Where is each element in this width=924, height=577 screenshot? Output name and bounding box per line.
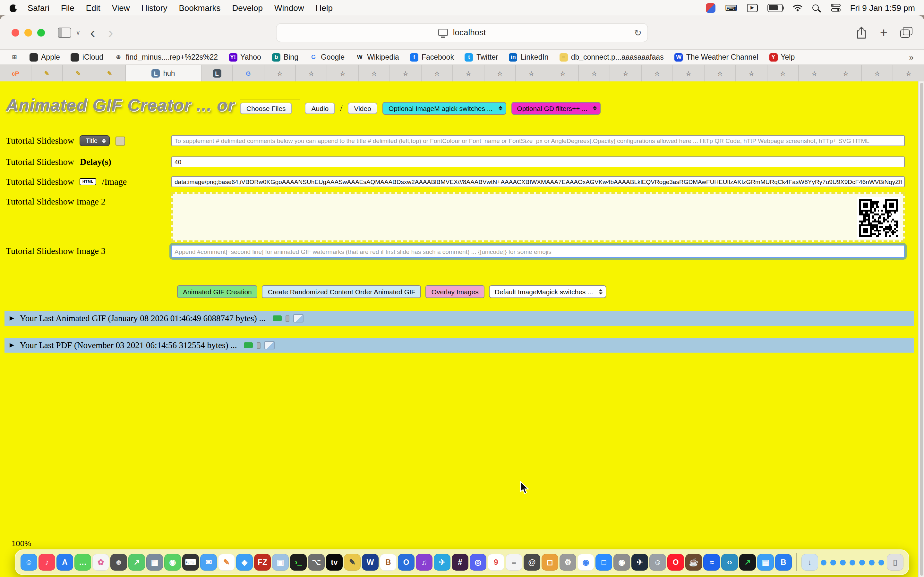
tab-overview-icon[interactable] bbox=[900, 29, 910, 38]
tab-bookmark[interactable]: ☆ bbox=[704, 65, 736, 81]
favorite-yahoo[interactable]: Y! Yahoo bbox=[229, 53, 261, 61]
last-pdf-bar[interactable]: ▶ Your Last PDF (November 03 2021 06:14:… bbox=[5, 338, 914, 353]
menu-history[interactable]: History bbox=[142, 3, 168, 13]
zoom-window-button[interactable] bbox=[37, 29, 45, 36]
new-tab-button[interactable]: + bbox=[880, 26, 887, 39]
title-mode-select[interactable]: Title bbox=[80, 135, 110, 146]
tab-huh-active[interactable]: L huh bbox=[126, 65, 202, 81]
favorite-yelp[interactable]: Y Yelp bbox=[769, 53, 795, 61]
tab-l[interactable]: L bbox=[202, 65, 233, 81]
menu-window[interactable]: Window bbox=[274, 3, 304, 13]
imagemagick-switches-select[interactable]: Optional ImageM agick switches ... bbox=[383, 102, 506, 114]
menu-help[interactable]: Help bbox=[315, 3, 333, 13]
tab-bookmark[interactable]: ☆ bbox=[422, 65, 453, 81]
favorite-google[interactable]: G Google bbox=[309, 53, 344, 61]
gd-filters-select[interactable]: Optional GD filters++ ... bbox=[511, 102, 601, 114]
dock-telegram[interactable]: ✈ bbox=[434, 554, 451, 571]
dock-bluetooth[interactable]: B bbox=[775, 554, 792, 571]
dock-downloads-folder[interactable]: ↓ bbox=[801, 554, 818, 571]
scrollbar-thumb[interactable] bbox=[920, 83, 923, 576]
tab-editor-2[interactable]: ✎ bbox=[63, 65, 94, 81]
gif-preview-icon[interactable] bbox=[273, 316, 282, 321]
spotlight-icon[interactable] bbox=[813, 5, 819, 11]
back-button[interactable]: ‹ bbox=[87, 26, 99, 39]
dock-utilities[interactable]: ⚙ bbox=[559, 554, 576, 571]
dock-pages[interactable]: ✎ bbox=[218, 554, 235, 571]
apple-menu-icon[interactable] bbox=[9, 3, 17, 12]
dock-word[interactable]: W bbox=[362, 554, 379, 571]
dock-calendar[interactable]: 9 bbox=[488, 554, 504, 571]
disclosure-triangle-icon[interactable]: ▶ bbox=[10, 342, 14, 348]
image2-dropzone[interactable] bbox=[171, 192, 905, 242]
gif-preview-icon[interactable] bbox=[244, 342, 253, 348]
menu-develop[interactable]: Develop bbox=[232, 3, 263, 13]
dock-bear[interactable]: B bbox=[380, 554, 397, 571]
favorite-find-minus[interactable]: ⊕ find_minus....rep+%22s%22 bbox=[114, 53, 218, 61]
dock-tv[interactable]: tv bbox=[326, 554, 342, 571]
dock-contacts[interactable]: ☻ bbox=[110, 554, 127, 571]
tab-bookmark[interactable]: ☆ bbox=[485, 65, 516, 81]
tab-bookmark[interactable]: ☆ bbox=[296, 65, 327, 81]
menu-safari[interactable]: Safari bbox=[27, 3, 49, 13]
scrollbar[interactable] bbox=[918, 81, 924, 577]
audio-button[interactable]: Audio bbox=[305, 102, 335, 114]
dock-zoom[interactable]: □ bbox=[596, 554, 612, 571]
favorites-grid-icon[interactable]: ⊞ bbox=[10, 53, 19, 61]
control-center-icon[interactable] bbox=[831, 4, 841, 12]
favorite-twitter[interactable]: t Twitter bbox=[465, 53, 498, 61]
dock-keyboard-viewer[interactable]: ⌨ bbox=[182, 554, 199, 571]
zoom-indicator[interactable]: 100% bbox=[11, 539, 31, 548]
favorite-icloud[interactable]: iCloud bbox=[71, 53, 103, 61]
close-window-button[interactable] bbox=[11, 29, 19, 36]
favorites-overflow-chevron[interactable]: » bbox=[909, 52, 914, 62]
image3-input[interactable] bbox=[171, 245, 905, 258]
dock-outlook[interactable]: O bbox=[398, 554, 415, 571]
last-animated-gif-bar[interactable]: ▶ Your Last Animated GIF (January 08 202… bbox=[5, 311, 914, 326]
tab-bookmark[interactable]: ☆ bbox=[359, 65, 390, 81]
menu-edit[interactable]: Edit bbox=[86, 3, 100, 13]
tab-bookmark[interactable]: ☆ bbox=[893, 65, 924, 81]
menubar-app-icon[interactable] bbox=[706, 3, 716, 13]
dock-developer[interactable]: ⌥ bbox=[308, 554, 325, 571]
reload-icon[interactable]: ↻ bbox=[634, 28, 642, 37]
tab-editor-3[interactable]: ✎ bbox=[94, 65, 126, 81]
wifi-icon[interactable] bbox=[792, 4, 803, 11]
keyboard-icon[interactable]: ⌨ bbox=[725, 3, 737, 12]
forward-button[interactable]: › bbox=[105, 26, 116, 39]
dock-mail-archive[interactable]: @ bbox=[523, 554, 540, 571]
dock-opera[interactable]: O bbox=[667, 554, 684, 571]
favorite-weather-channel[interactable]: W The Weather Channel bbox=[675, 53, 758, 61]
tab-bookmark[interactable]: ☆ bbox=[579, 65, 610, 81]
dock-launchpad[interactable]: ▦ bbox=[146, 554, 163, 571]
favorite-wikipedia[interactable]: W Wikipedia bbox=[355, 53, 399, 61]
copy-icon[interactable] bbox=[286, 315, 289, 322]
disclosure-triangle-icon[interactable]: ▶ bbox=[10, 316, 14, 321]
dock-music[interactable]: ♪ bbox=[39, 554, 55, 571]
menu-view[interactable]: View bbox=[112, 3, 130, 13]
battery-icon[interactable] bbox=[767, 3, 783, 12]
picture-icon[interactable] bbox=[293, 314, 304, 322]
dock-chrome[interactable]: ◉ bbox=[577, 554, 594, 571]
randomized-gif-button[interactable]: Create Randomized Content Order Animated… bbox=[262, 285, 421, 298]
dock-podcasts[interactable]: ♫ bbox=[416, 554, 433, 571]
dock-filezilla[interactable]: FZ bbox=[254, 554, 271, 571]
tab-google[interactable]: G bbox=[233, 65, 264, 81]
dock-files[interactable]: ▤ bbox=[757, 554, 774, 571]
tab-group-chevron-icon[interactable]: ∨ bbox=[76, 29, 81, 36]
dock-maps[interactable]: ↗ bbox=[128, 554, 145, 571]
tab-bookmark[interactable]: ☆ bbox=[264, 65, 296, 81]
tab-cpanel[interactable]: cP bbox=[0, 65, 31, 81]
video-button[interactable]: Video bbox=[348, 102, 378, 114]
now-playing-icon[interactable]: ▶ bbox=[747, 3, 758, 12]
picture-icon[interactable] bbox=[265, 341, 275, 350]
favorite-facebook[interactable]: f Facebook bbox=[410, 53, 454, 61]
tab-bookmark[interactable]: ☆ bbox=[799, 65, 830, 81]
overlay-images-button[interactable]: Overlay Images bbox=[426, 285, 485, 298]
minimized-window[interactable] bbox=[830, 559, 836, 565]
dock-facetime[interactable]: ◉ bbox=[164, 554, 181, 571]
favorite-db-connect[interactable]: ≡ db_connect.p...aaasaaafaas bbox=[559, 53, 664, 61]
minimized-window[interactable] bbox=[821, 559, 827, 565]
default-imagemagick-select[interactable]: Default ImageMagick switches ... bbox=[489, 285, 607, 298]
dock-package[interactable]: ◻ bbox=[541, 554, 558, 571]
dock-stocks[interactable]: ↗ bbox=[739, 554, 756, 571]
